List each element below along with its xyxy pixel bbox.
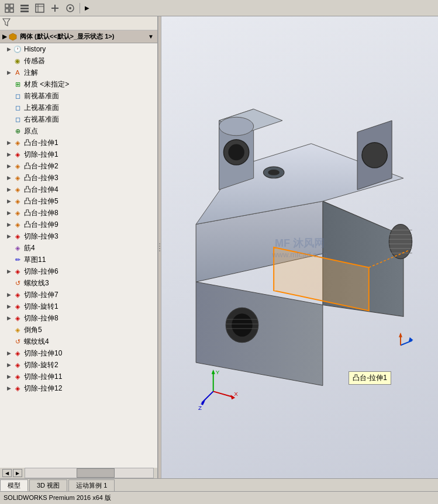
expand-arrow-sketch11[interactable] (5, 256, 13, 264)
toolbar-btn-1[interactable] (2, 2, 16, 15)
status-text: SOLIDWORKS Premium 2016 x64 版 (4, 493, 111, 502)
tree-item-boss5[interactable]: ▶◈凸台-拉伸5 (0, 195, 157, 207)
tree-icon-helix3: ↺ (13, 278, 22, 288)
tree-label-annotation: 注解 (24, 68, 38, 78)
expand-arrow-front-plane[interactable] (5, 92, 13, 100)
tree-item-sensor[interactable]: ◉传感器 (0, 55, 157, 67)
expand-arrow-cut7[interactable]: ▶ (5, 291, 13, 299)
toolbar-btn-3[interactable] (33, 2, 47, 15)
tree-item-boss2[interactable]: ▶◈凸台-拉伸2 (0, 160, 157, 172)
expand-arrow-right-plane[interactable] (5, 115, 13, 123)
svg-rect-3 (10, 9, 13, 12)
tree-item-helix4[interactable]: ↺螺纹线4 (0, 336, 157, 347)
expand-arrow-helix4[interactable] (5, 337, 13, 346)
expand-arrow-sensor[interactable] (5, 57, 13, 65)
3d-viewport[interactable]: Y X Z MF 沐风网 www.mfcad.com (161, 16, 438, 478)
expand-arrow-cut8[interactable]: ▶ (5, 314, 13, 322)
tree-item-cut1[interactable]: ▶◈切除-拉伸1 (0, 149, 157, 160)
expand-arrow-chamfer5[interactable] (5, 326, 13, 334)
tree-icon-boss5: ◈ (13, 196, 22, 206)
tree-item-helix3[interactable]: ↺螺纹线3 (0, 277, 157, 289)
expand-arrow-cut10[interactable]: ▶ (5, 349, 13, 357)
tree-item-boss8[interactable]: ▶◈凸台-拉伸8 (0, 207, 157, 219)
splitter-dots (159, 243, 160, 251)
tree-label-cut7: 切除-拉伸7 (24, 290, 58, 300)
tree-item-cut12[interactable]: ▶◈切除-拉伸12 (0, 382, 157, 394)
toolbar-btn-2[interactable] (18, 2, 32, 15)
expand-arrow-origin[interactable] (5, 127, 13, 135)
expand-arrow-boss5[interactable]: ▶ (5, 197, 13, 205)
expand-arrow-material[interactable] (5, 80, 13, 88)
svg-point-24 (219, 117, 254, 136)
tree-item-origin[interactable]: ⊕原点 (0, 125, 157, 137)
tree-item-boss3[interactable]: ▶◈凸台-拉伸3 (0, 172, 157, 184)
toolbar-more-arrow[interactable]: ▶ (85, 5, 89, 11)
tree-icon-cut8: ◈ (13, 313, 22, 323)
expand-arrow-cut6[interactable]: ▶ (5, 267, 13, 275)
tree-item-cut6[interactable]: ▶◈切除-拉伸6 (0, 265, 157, 277)
svg-point-23 (228, 144, 244, 161)
tree-item-cut10[interactable]: ▶◈切除-拉伸10 (0, 347, 157, 359)
expand-arrow-boss8[interactable]: ▶ (5, 209, 13, 217)
part-label: 阀体 (默认<<默认>_显示状态 1>) (20, 32, 148, 41)
tree-item-cutr1[interactable]: ▶◈切除-旋转1 (0, 301, 157, 312)
tree-item-front-plane[interactable]: ◻前视基准面 (0, 90, 157, 102)
expand-arrow-annotation[interactable]: ▶ (5, 68, 13, 77)
expand-arrow-boss1[interactable]: ▶ (5, 139, 13, 147)
expand-arrow-history[interactable]: ▶ (5, 45, 13, 53)
tree-item-boss4[interactable]: ▶◈凸台-拉伸4 (0, 184, 157, 195)
tree-icon-cut11: ◈ (13, 372, 22, 381)
expand-arrow-cut12[interactable]: ▶ (5, 384, 13, 392)
tree-item-top-plane[interactable]: ◻上视基准面 (0, 102, 157, 113)
tree-item-cut8[interactable]: ▶◈切除-拉伸8 (0, 312, 157, 324)
scroll-left-btn[interactable]: ◀ (2, 469, 12, 477)
scroll-right-btn[interactable]: ▶ (13, 469, 22, 477)
part-dropdown-arrow[interactable]: ▼ (148, 33, 154, 40)
tree-label-boss3: 凸台-拉伸3 (24, 173, 58, 183)
tree-item-rib4[interactable]: ◈筋4 (0, 242, 157, 254)
tree-item-cut11[interactable]: ▶◈切除-拉伸11 (0, 371, 157, 382)
tree-item-cut7[interactable]: ▶◈切除-拉伸7 (0, 289, 157, 301)
part-header[interactable]: ▶ 阀体 (默认<<默认>_显示状态 1>) ▼ (0, 30, 157, 43)
expand-arrow-cutr2[interactable]: ▶ (5, 361, 13, 369)
expand-arrow-cutr1[interactable]: ▶ (5, 302, 13, 310)
tree-item-history[interactable]: ▶🕐History (0, 43, 157, 55)
filter-icon (2, 18, 11, 28)
tree-label-cut10: 切除-拉伸10 (24, 348, 62, 358)
expand-arrow-cut1[interactable]: ▶ (5, 150, 13, 158)
panel-scrollbar-thumb[interactable] (77, 468, 115, 478)
tree-item-material[interactable]: ⊞材质 <未指定> (0, 78, 157, 90)
tree-item-right-plane[interactable]: ◻右视基准面 (0, 113, 157, 125)
toolbar-btn-5[interactable] (63, 2, 77, 15)
tab-model[interactable]: 模型 (0, 479, 28, 491)
tree-icon-cutr1: ◈ (13, 302, 22, 311)
expand-arrow-rib4[interactable] (5, 244, 13, 252)
tab-motion[interactable]: 运动算例 1 (68, 479, 115, 491)
expand-arrow-cut3[interactable]: ▶ (5, 232, 13, 240)
tree-item-sketch11[interactable]: ✏草图11 (0, 254, 157, 265)
expand-arrow-top-plane[interactable] (5, 103, 13, 112)
panel-scrollbar[interactable] (25, 468, 154, 478)
tree-label-front-plane: 前视基准面 (24, 91, 59, 101)
tree-label-cut8: 切除-拉伸8 (24, 313, 58, 323)
expand-arrow-boss4[interactable]: ▶ (5, 185, 13, 194)
part-expand-arrow[interactable]: ▶ (2, 33, 7, 40)
tree-label-top-plane: 上视基准面 (24, 103, 59, 113)
expand-arrow-boss3[interactable]: ▶ (5, 174, 13, 182)
tree-label-helix4: 螺纹线4 (24, 337, 49, 347)
tree-item-cut3[interactable]: ▶◈切除-拉伸3 (0, 230, 157, 242)
expand-arrow-boss2[interactable]: ▶ (5, 162, 13, 170)
svg-text:X: X (234, 391, 238, 397)
model-view: Y X Z (161, 16, 438, 478)
tree-item-chamfer5[interactable]: ◈倒角5 (0, 324, 157, 336)
tree-item-cutr2[interactable]: ▶◈切除-旋转2 (0, 359, 157, 371)
tab-3d-view[interactable]: 3D 视图 (29, 479, 67, 491)
tree-item-annotation[interactable]: ▶A注解 (0, 67, 157, 78)
tree-item-boss1[interactable]: ▶◈凸台-拉伸1 (0, 137, 157, 149)
expand-arrow-cut11[interactable]: ▶ (5, 372, 13, 381)
tree-item-boss9[interactable]: ▶◈凸台-拉伸9 (0, 219, 157, 230)
svg-rect-0 (5, 4, 9, 8)
expand-arrow-boss9[interactable]: ▶ (5, 220, 13, 229)
toolbar-btn-4[interactable] (48, 2, 62, 15)
expand-arrow-helix3[interactable] (5, 279, 13, 287)
